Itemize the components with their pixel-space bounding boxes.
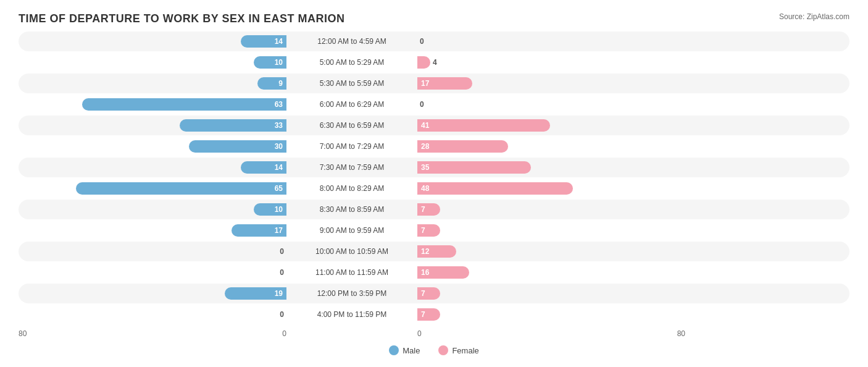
chart-row: 010:00 AM to 10:59 AM12 (19, 242, 849, 261)
female-value: 7 (421, 289, 425, 298)
axis-right: 0 80 (414, 329, 685, 338)
axis-left: 80 0 (19, 329, 290, 338)
male-bar (82, 98, 286, 111)
time-label: 6:00 AM to 6:29 AM (290, 100, 414, 109)
female-bar (417, 161, 531, 174)
time-label: 12:00 PM to 3:59 PM (290, 289, 414, 298)
female-value: 0 (420, 100, 424, 109)
legend-male: Male (389, 345, 420, 355)
male-value: 30 (275, 142, 283, 151)
male-value: 0 (280, 247, 284, 256)
male-value: 10 (275, 58, 283, 67)
time-label: 8:00 AM to 8:29 AM (290, 184, 414, 193)
female-value: 28 (421, 142, 429, 151)
female-bar (417, 56, 430, 69)
male-dot (389, 345, 399, 355)
male-value: 10 (275, 205, 283, 214)
male-bar (180, 119, 286, 132)
chart-container: TIME OF DEPARTURE TO WORK BY SEX IN EAST… (0, 0, 868, 367)
chart-row: 108:30 AM to 8:59 AM7 (19, 200, 849, 219)
chart-row: 1412:00 AM to 4:59 AM0 (19, 32, 849, 51)
legend-female: Female (438, 345, 478, 355)
time-label: 7:00 AM to 7:29 AM (290, 142, 414, 151)
chart-row: 636:00 AM to 6:29 AM0 (19, 95, 849, 114)
male-value: 65 (275, 184, 283, 193)
female-bar (417, 140, 508, 153)
chart-row: 307:00 AM to 7:29 AM28 (19, 137, 849, 156)
female-bar (417, 119, 550, 132)
time-label: 6:30 AM to 6:59 AM (290, 121, 414, 130)
male-value: 17 (275, 226, 283, 235)
female-value: 0 (420, 37, 424, 46)
time-label: 8:30 AM to 8:59 AM (290, 205, 414, 214)
axis-left-end: 0 (282, 329, 286, 338)
chart-row: 1912:00 PM to 3:59 PM7 (19, 284, 849, 303)
chart-row: 147:30 AM to 7:59 AM35 (19, 158, 849, 177)
time-label: 11:00 AM to 11:59 AM (290, 268, 414, 277)
male-value: 0 (280, 268, 284, 277)
female-bar (417, 182, 573, 195)
time-label: 5:30 AM to 5:59 AM (290, 79, 414, 88)
chart-row: 336:30 AM to 6:59 AM41 (19, 116, 849, 135)
female-value: 7 (421, 226, 425, 235)
time-label: 10:00 AM to 10:59 AM (290, 247, 414, 256)
chart-row: 105:00 AM to 5:29 AM4 (19, 53, 849, 72)
male-value: 0 (280, 310, 284, 319)
male-value: 14 (275, 37, 283, 46)
axis-right-start: 0 (417, 329, 422, 338)
time-label: 12:00 AM to 4:59 AM (290, 37, 414, 46)
axis-row: 80 0 0 80 (19, 329, 849, 338)
male-label: Male (403, 346, 420, 355)
female-value: 7 (421, 205, 425, 214)
female-value: 12 (421, 247, 429, 256)
male-value: 63 (275, 100, 283, 109)
male-value: 19 (275, 289, 283, 298)
chart-row: 04:00 PM to 11:59 PM7 (19, 305, 849, 324)
time-label: 5:00 AM to 5:29 AM (290, 58, 414, 67)
chart-area: 1412:00 AM to 4:59 AM0105:00 AM to 5:29 … (19, 32, 849, 324)
chart-title: TIME OF DEPARTURE TO WORK BY SEX IN EAST… (19, 12, 849, 25)
male-bar (189, 140, 286, 153)
female-value: 7 (421, 310, 425, 319)
time-label: 9:00 AM to 9:59 AM (290, 226, 414, 235)
axis-right-end: 80 (677, 329, 685, 338)
female-label: Female (452, 346, 478, 355)
female-value: 4 (433, 58, 437, 67)
axis-left-start: 80 (19, 329, 27, 338)
time-label: 4:00 PM to 11:59 PM (290, 310, 414, 319)
male-value: 33 (275, 121, 283, 130)
male-value: 9 (278, 79, 283, 88)
source-text: Source: ZipAtlas.com (779, 12, 849, 21)
female-value: 16 (421, 268, 429, 277)
female-value: 35 (421, 163, 429, 172)
male-value: 14 (275, 163, 283, 172)
chart-row: 179:00 AM to 9:59 AM7 (19, 221, 849, 240)
time-label: 7:30 AM to 7:59 AM (290, 163, 414, 172)
chart-row: 95:30 AM to 5:59 AM17 (19, 74, 849, 93)
female-dot (438, 345, 448, 355)
male-bar (76, 182, 286, 195)
legend: Male Female (19, 345, 849, 355)
female-value: 41 (421, 121, 429, 130)
chart-row: 011:00 AM to 11:59 AM16 (19, 263, 849, 282)
female-value: 17 (421, 79, 429, 88)
female-value: 48 (421, 184, 429, 193)
chart-row: 658:00 AM to 8:29 AM48 (19, 179, 849, 198)
